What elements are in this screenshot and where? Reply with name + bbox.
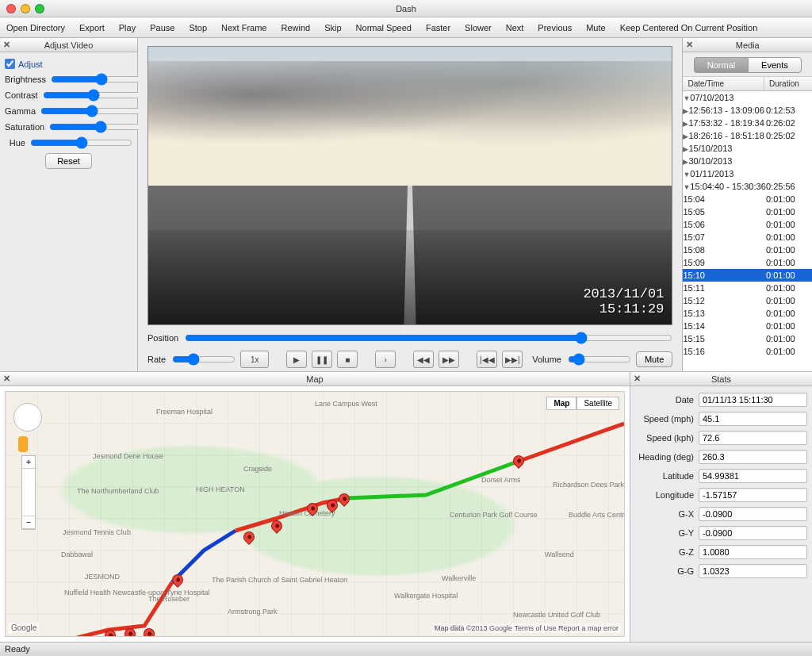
toolbar-faster[interactable]: Faster [426,23,450,33]
map-place-label: Buddle Arts Centre [569,511,625,519]
disclosure-arrow-icon[interactable]: ▶ [683,145,688,153]
toolbar-rewind[interactable]: Rewind [282,23,311,33]
volume-slider[interactable] [568,353,631,366]
panel-title: Adjust Video [0,40,137,50]
toolbar-play[interactable]: Play [119,23,136,33]
media-tree-row[interactable]: 15:090:01:00 [683,256,812,269]
stat-label: G-G [635,566,699,576]
rate-slider[interactable] [172,353,236,366]
hue-slider[interactable] [30,137,132,148]
media-tree-row[interactable]: ▶17:53:32 - 18:19:340:26:02 [683,117,812,129]
toolbar-keep-centered-on-current-position[interactable]: Keep Centered On Current Position [620,23,758,33]
stat-label: Heading (deg) [635,452,699,462]
map-zoom-control[interactable]: +− [21,455,36,530]
prev-track-button[interactable]: |◀◀ [477,351,497,368]
stat-value: 72.6 [699,431,807,445]
toolbar-next-frame[interactable]: Next Frame [221,23,266,33]
slider-label-contrast: Contrast [5,90,43,100]
stop-button[interactable]: ■ [337,351,358,368]
column-header-duration[interactable]: Duration [764,77,812,90]
map-panel: ✕ Map Freeman HospitalLane Campus WestJe… [0,371,630,642]
media-tree-row[interactable]: 15:040:01:00 [683,193,812,205]
toolbar-open-directory[interactable]: Open Directory [6,23,65,33]
reset-button[interactable]: Reset [45,153,92,169]
column-header-datetime[interactable]: Date/Time [683,77,764,90]
map-place-label: Dabbawal [61,551,93,558]
tab-normal[interactable]: Normal [694,57,748,73]
media-tree-row[interactable]: ▶18:26:16 - 18:51:180:25:02 [683,129,812,142]
fast-forward-button[interactable]: ▶▶ [439,351,459,368]
tab-events[interactable]: Events [748,57,802,73]
adjust-video-panel: ✕ Adjust Video Adjust BrightnessContrast… [0,38,138,371]
disclosure-arrow-icon[interactable]: ▼ [683,183,690,191]
toolbar-skip[interactable]: Skip [324,23,341,33]
adjust-checkbox[interactable] [5,59,15,69]
media-tree-row[interactable]: ▼01/11/2013 [683,167,812,180]
map-place-label: Armstrong Park [228,608,278,616]
map-type-satellite-button[interactable]: Satellite [576,397,619,410]
disclosure-arrow-icon[interactable]: ▶ [683,107,688,115]
zoom-window-button[interactable] [35,4,44,13]
stat-value: -0.0900 [699,507,807,521]
status-bar: Ready [0,642,812,656]
media-tree-row[interactable]: 15:070:01:00 [683,231,812,244]
video-viewport[interactable]: 2013/11/01 15:11:29 [147,46,672,325]
media-tree-row[interactable]: 15:160:01:00 [683,345,812,358]
media-tree-row[interactable]: ▶30/10/2013 [683,155,812,167]
volume-label: Volume [532,355,561,364]
close-icon[interactable]: ✕ [630,374,643,384]
map-place-label: Richardson Dees Park [553,481,624,489]
media-tree-row[interactable]: 15:080:01:00 [683,244,812,256]
disclosure-arrow-icon[interactable]: ▼ [683,94,690,102]
toolbar-next[interactable]: Next [506,23,524,33]
disclosure-arrow-icon[interactable]: ▼ [683,171,690,178]
media-tree-row[interactable]: ▼07/10/2013 [683,91,812,104]
stat-value: 45.1 [699,412,807,426]
media-tree-row[interactable]: ▶12:56:13 - 13:09:060:12:53 [683,104,812,117]
media-tree-row[interactable]: 15:100:01:00 [683,269,812,282]
gamma-slider[interactable] [40,105,143,117]
media-tree-row[interactable]: 15:140:01:00 [683,320,812,332]
media-tree-row[interactable]: ▶15/10/2013 [683,142,812,155]
toolbar-stop[interactable]: Stop [189,23,207,33]
next-frame-button[interactable]: › [375,351,396,368]
toolbar-export[interactable]: Export [79,23,105,33]
position-slider[interactable] [185,332,672,344]
media-tree-row[interactable]: 15:050:01:00 [683,205,812,218]
map-pan-control[interactable] [13,403,42,432]
map-type-map-button[interactable]: Map [546,397,576,410]
map-place-label: Wallsend [545,551,574,558]
media-tree-row[interactable]: 15:120:01:00 [683,294,812,307]
rewind-button[interactable]: ◀◀ [413,351,434,368]
close-window-button[interactable] [6,4,16,13]
toolbar-pause[interactable]: Pause [150,23,174,33]
close-icon[interactable]: ✕ [683,40,695,50]
video-timestamp-overlay: 2013/11/01 15:11:29 [583,286,664,316]
toolbar-normal-speed[interactable]: Normal Speed [356,23,412,33]
disclosure-arrow-icon[interactable]: ▶ [683,120,688,128]
pause-button[interactable]: ❚❚ [312,351,332,368]
mute-button[interactable]: Mute [636,351,672,367]
streetview-pegman-icon[interactable] [18,436,28,452]
contrast-slider[interactable] [43,90,145,101]
slider-label-gamma: Gamma [5,106,40,116]
toolbar-previous[interactable]: Previous [538,23,572,33]
play-button[interactable]: ▶ [286,351,307,368]
toolbar-slower[interactable]: Slower [465,23,492,33]
window-title: Dash [0,4,812,13]
close-icon[interactable]: ✕ [0,374,13,384]
next-track-button[interactable]: ▶▶| [502,351,523,368]
saturation-slider[interactable] [49,121,151,132]
toolbar-mute[interactable]: Mute [586,23,605,33]
close-icon[interactable]: ✕ [0,40,13,50]
map-place-label: The Northumberland Club [77,487,159,495]
map-canvas[interactable]: Freeman HospitalLane Campus WestJesmond … [5,391,625,637]
media-tree-row[interactable]: 15:060:01:00 [683,218,812,231]
disclosure-arrow-icon[interactable]: ▶ [683,158,688,166]
media-tree-row[interactable]: 15:150:01:00 [683,332,812,345]
media-tree-row[interactable]: ▼15:04:40 - 15:30:360:25:56 [683,180,812,193]
minimize-window-button[interactable] [21,4,30,13]
media-tree-row[interactable]: 15:130:01:00 [683,307,812,320]
disclosure-arrow-icon[interactable]: ▶ [683,132,688,140]
media-tree-row[interactable]: 15:110:01:00 [683,282,812,294]
